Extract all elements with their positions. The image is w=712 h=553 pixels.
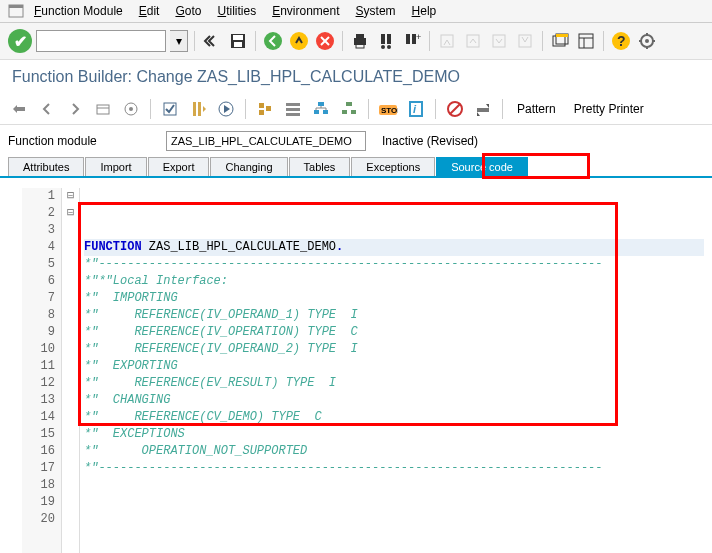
code-line[interactable]: *"--------------------------------------… <box>84 460 704 477</box>
code-editor[interactable]: 1234567891011121314151617181920 ⊟⊟ FUNCT… <box>0 178 712 553</box>
toggle-display-icon[interactable] <box>8 98 30 120</box>
svg-rect-20 <box>441 35 453 47</box>
code-line[interactable]: *" REFERENCE(EV_RESULT) TYPE I <box>84 375 704 392</box>
tree-icon[interactable] <box>310 98 332 120</box>
svg-point-41 <box>129 107 133 111</box>
command-input[interactable] <box>36 30 166 52</box>
settings-icon[interactable] <box>636 30 658 52</box>
where-used-icon[interactable] <box>254 98 276 120</box>
app-menu-icon[interactable] <box>8 4 24 18</box>
next-page-icon[interactable] <box>488 30 510 52</box>
svg-rect-27 <box>579 34 593 48</box>
svg-rect-22 <box>493 35 505 47</box>
tab-tables[interactable]: Tables <box>289 157 351 176</box>
main-toolbar: ✔ ▾ + ? <box>0 23 712 60</box>
code-line[interactable]: *" EXPORTING <box>84 358 704 375</box>
other-object-icon[interactable] <box>92 98 114 120</box>
cancel-circle-icon[interactable] <box>314 30 336 52</box>
menu-system[interactable]: System <box>348 2 404 20</box>
tab-export[interactable]: Export <box>148 157 210 176</box>
tab-import[interactable]: Import <box>85 157 146 176</box>
menu-function-module[interactable]: Function Module <box>26 2 131 20</box>
print-icon[interactable] <box>349 30 371 52</box>
svg-text:i: i <box>413 103 417 115</box>
tools-icon[interactable] <box>472 98 494 120</box>
code-line[interactable]: *"*"Local Interface: <box>84 273 704 290</box>
breakpoint-icon[interactable]: STOP <box>377 98 399 120</box>
prev-page-icon[interactable] <box>462 30 484 52</box>
svg-rect-1 <box>9 5 23 8</box>
svg-rect-52 <box>286 108 300 111</box>
execute-icon[interactable] <box>215 98 237 120</box>
ok-icon[interactable]: ✔ <box>8 29 32 53</box>
menu-utilities[interactable]: Utilities <box>209 2 264 20</box>
svg-rect-55 <box>314 110 319 114</box>
first-page-icon[interactable] <box>436 30 458 52</box>
back-circle-icon[interactable] <box>262 30 284 52</box>
pretty-printer-button[interactable]: Pretty Printer <box>568 98 650 120</box>
svg-rect-14 <box>387 34 391 44</box>
code-line[interactable]: *"--------------------------------------… <box>84 256 704 273</box>
tab-attributes[interactable]: Attributes <box>8 157 84 176</box>
line-gutter: 1234567891011121314151617181920 <box>22 188 62 553</box>
help-icon[interactable]: ? <box>610 30 632 52</box>
svg-rect-44 <box>198 102 201 116</box>
back-icon[interactable] <box>201 30 223 52</box>
function-module-label: Function module <box>8 134 158 148</box>
svg-rect-26 <box>556 34 568 37</box>
svg-marker-72 <box>486 104 489 108</box>
menu-help[interactable]: Help <box>404 2 445 20</box>
do-not-icon[interactable] <box>444 98 466 120</box>
code-line[interactable]: *" OPERATION_NOT_SUPPORTED <box>84 443 704 460</box>
last-page-icon[interactable] <box>514 30 536 52</box>
save-icon[interactable] <box>227 30 249 52</box>
menu-environment[interactable]: Environment <box>264 2 347 20</box>
nav-back-icon[interactable] <box>36 98 58 120</box>
find-next-icon[interactable]: + <box>401 30 423 52</box>
menu-edit[interactable]: Edit <box>131 2 168 20</box>
code-line[interactable]: *" REFERENCE(IV_OPERATION) TYPE C <box>84 324 704 341</box>
svg-marker-71 <box>477 112 480 116</box>
svg-rect-17 <box>406 34 410 44</box>
pattern-button[interactable]: Pattern <box>511 98 562 120</box>
code-line[interactable] <box>84 528 704 545</box>
code-line[interactable] <box>84 494 704 511</box>
svg-rect-70 <box>477 108 489 112</box>
layout-icon[interactable] <box>575 30 597 52</box>
code-line[interactable]: FUNCTION ZAS_LIB_HPL_CALCULATE_DEMO. <box>84 239 704 256</box>
svg-rect-4 <box>234 42 242 47</box>
code-line[interactable]: *" REFERENCE(CV_DEMO) TYPE C <box>84 409 704 426</box>
enhance-icon[interactable] <box>120 98 142 120</box>
function-module-field[interactable] <box>166 131 366 151</box>
tab-source-code[interactable]: Source code <box>436 157 528 176</box>
menu-goto[interactable]: Goto <box>167 2 209 20</box>
svg-marker-47 <box>224 105 230 113</box>
svg-text:+: + <box>416 32 421 42</box>
code-line[interactable]: *" EXCEPTIONS <box>84 426 704 443</box>
find-icon[interactable] <box>375 30 397 52</box>
display-list-icon[interactable] <box>282 98 304 120</box>
new-window-icon[interactable] <box>549 30 571 52</box>
page-title: Function Builder: Change ZAS_LIB_HPL_CAL… <box>0 60 712 94</box>
tab-changing[interactable]: Changing <box>210 157 287 176</box>
code-line[interactable]: *" REFERENCE(IV_OPERAND_2) TYPE I <box>84 341 704 358</box>
code-content[interactable]: FUNCTION ZAS_LIB_HPL_CALCULATE_DEMO.*"--… <box>80 188 704 553</box>
docu-icon[interactable]: i <box>405 98 427 120</box>
code-line[interactable]: *" IMPORTING <box>84 290 704 307</box>
activate-icon[interactable] <box>187 98 209 120</box>
svg-rect-48 <box>259 103 264 108</box>
hierarchy-icon[interactable] <box>338 98 360 120</box>
exit-circle-icon[interactable] <box>288 30 310 52</box>
fold-column[interactable]: ⊟⊟ <box>62 188 80 553</box>
svg-rect-3 <box>233 35 243 40</box>
code-line[interactable] <box>84 545 704 553</box>
code-line[interactable]: *" CHANGING <box>84 392 704 409</box>
code-line[interactable] <box>84 477 704 494</box>
code-line[interactable] <box>84 511 704 528</box>
tab-exceptions[interactable]: Exceptions <box>351 157 435 176</box>
code-line[interactable]: *" REFERENCE(IV_OPERAND_1) TYPE I <box>84 307 704 324</box>
check-icon[interactable] <box>159 98 181 120</box>
svg-text:STOP: STOP <box>381 106 398 115</box>
nav-fwd-icon[interactable] <box>64 98 86 120</box>
command-dropdown[interactable]: ▾ <box>170 30 188 52</box>
